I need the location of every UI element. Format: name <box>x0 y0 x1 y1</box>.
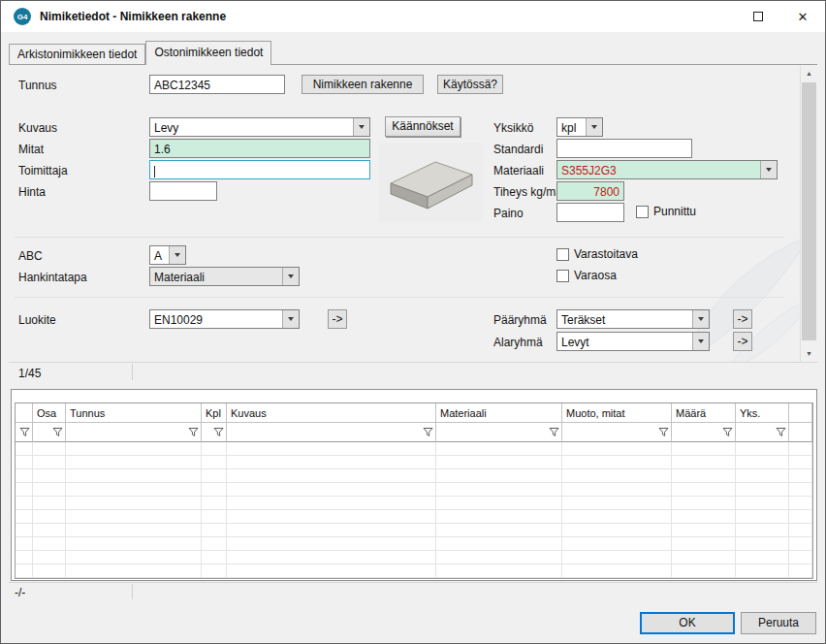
table-row[interactable] <box>16 510 812 524</box>
tab-ostonimikkeen-tiedot[interactable]: Ostonimikkeen tiedot <box>145 41 271 65</box>
filter-cell[interactable] <box>227 423 436 442</box>
vertical-scrollbar[interactable]: ▲ ▼ <box>800 65 816 362</box>
column-header-määrä[interactable]: Määrä <box>672 403 736 423</box>
filter-cell[interactable] <box>736 423 789 442</box>
kaytossa-button[interactable]: Käytössä? <box>437 75 503 94</box>
luokite-arrow-button[interactable]: -> <box>328 309 347 329</box>
paino-input[interactable] <box>556 203 624 222</box>
filter-funnel-icon[interactable] <box>722 427 733 437</box>
punnittu-checkbox[interactable]: Punnittu <box>636 205 696 218</box>
status-divider <box>132 584 133 599</box>
table-row[interactable] <box>16 524 812 537</box>
column-header-muoto-mitat[interactable]: Muoto, mitat <box>562 403 672 423</box>
hinta-input[interactable] <box>149 181 217 201</box>
filter-cell[interactable] <box>33 423 66 442</box>
hankintatapa-select[interactable]: Materiaali <box>149 267 300 286</box>
varastoitava-checkbox[interactable]: Varastoitava <box>556 247 638 261</box>
filter-funnel-icon[interactable] <box>549 427 559 437</box>
varastoitava-label: Varastoitava <box>574 247 638 261</box>
alaryhma-arrow-button[interactable]: -> <box>733 332 752 351</box>
tab-arkistonimikkeen-tiedot[interactable]: Arkistonimikkeen tiedot <box>9 44 145 64</box>
chevron-down-icon[interactable] <box>692 333 709 350</box>
table-cell <box>202 442 227 456</box>
chevron-down-icon[interactable] <box>282 310 299 328</box>
cancel-button[interactable]: Peruuta <box>741 612 816 634</box>
table-row[interactable] <box>16 469 812 483</box>
filter-cell[interactable] <box>562 423 672 442</box>
tunnus-input[interactable]: ABC12345 <box>149 75 285 94</box>
materiaali-select[interactable]: S355J2G3 <box>556 160 778 179</box>
table-cell <box>33 537 66 551</box>
tiheys-label: Tiheys kg/m3 <box>493 185 562 199</box>
table-row[interactable] <box>16 497 812 510</box>
filter-funnel-icon[interactable] <box>658 427 669 437</box>
filter-cell[interactable] <box>16 423 33 442</box>
column-header-kpl[interactable]: Kpl <box>202 403 227 423</box>
table-cell <box>202 564 227 578</box>
chevron-down-icon[interactable] <box>692 310 709 328</box>
checkbox-box <box>636 206 649 218</box>
filter-cell[interactable] <box>66 423 202 442</box>
scrollbar-thumb[interactable] <box>802 82 816 340</box>
chevron-down-icon[interactable] <box>586 118 602 136</box>
yksikko-select[interactable]: kpl <box>556 117 603 137</box>
toimittaja-input[interactable] <box>149 160 370 179</box>
paaryhma-select[interactable]: Teräkset <box>556 309 710 329</box>
table-cell <box>672 510 736 524</box>
filter-funnel-icon[interactable] <box>776 427 786 437</box>
table-cell <box>66 537 202 551</box>
table-row[interactable] <box>16 537 812 551</box>
chevron-down-icon[interactable] <box>760 161 777 178</box>
table-row[interactable] <box>16 551 812 564</box>
filter-funnel-icon[interactable] <box>19 427 30 437</box>
column-header-blank[interactable] <box>16 403 33 423</box>
mitat-input[interactable]: 1.6 <box>149 139 370 158</box>
alaryhma-label: Alaryhmä <box>493 336 543 349</box>
varaosa-checkbox[interactable]: Varaosa <box>556 269 617 282</box>
chevron-down-icon[interactable] <box>282 268 299 285</box>
scroll-down-icon[interactable]: ▼ <box>801 345 817 362</box>
maximize-button[interactable] <box>736 1 780 32</box>
filter-cell[interactable] <box>672 423 736 442</box>
table-status-bar: -/- <box>9 582 817 600</box>
table-row[interactable] <box>16 483 812 497</box>
tiheys-input[interactable]: 7800 <box>556 181 624 201</box>
alaryhma-select[interactable]: Levyt <box>556 332 710 351</box>
column-header-kuvaus[interactable]: Kuvaus <box>227 403 436 423</box>
standardi-input[interactable] <box>556 139 692 158</box>
table-row[interactable] <box>16 442 812 456</box>
table-row[interactable] <box>16 564 812 578</box>
close-button[interactable]: ✕ <box>780 1 825 32</box>
abc-select[interactable]: A <box>149 245 186 265</box>
titlebar[interactable]: G4 Nimiketiedot - Nimikkeen rakenne ✕ <box>1 1 825 32</box>
column-header-tunnus[interactable]: Tunnus <box>66 403 202 423</box>
ok-button[interactable]: OK <box>640 612 735 634</box>
filter-cell[interactable] <box>436 423 562 442</box>
table-row[interactable] <box>16 456 812 469</box>
yksikko-value: kpl <box>557 118 586 136</box>
filter-funnel-icon[interactable] <box>52 427 63 437</box>
table-cell <box>16 510 33 524</box>
yksikko-label: Yksikkö <box>493 121 533 135</box>
section-separator <box>15 297 784 298</box>
chevron-down-icon[interactable] <box>353 118 369 136</box>
table-cell <box>672 497 736 510</box>
paaryhma-arrow-button[interactable]: -> <box>733 309 752 329</box>
materiaali-value: S355J2G3 <box>557 161 760 178</box>
filter-funnel-icon[interactable] <box>188 427 199 437</box>
column-header-yks-[interactable]: Yks. <box>736 403 789 423</box>
nimikkeen-rakenne-button[interactable]: Nimikkeen rakenne <box>302 75 424 94</box>
kuvaus-select[interactable]: Levy <box>149 117 370 137</box>
table-cell <box>562 551 672 564</box>
chevron-down-icon[interactable] <box>169 246 185 264</box>
scroll-up-icon[interactable]: ▲ <box>801 65 817 81</box>
filter-cell[interactable] <box>202 423 227 442</box>
kaannokset-button[interactable]: Käännökset <box>385 116 461 137</box>
filter-funnel-icon[interactable] <box>213 427 224 437</box>
table-cell <box>66 483 202 497</box>
column-header-osa[interactable]: Osa <box>33 403 66 423</box>
filter-funnel-icon[interactable] <box>423 427 433 437</box>
column-header-materiaali[interactable]: Materiaali <box>436 403 562 423</box>
luokite-select[interactable]: EN10029 <box>149 309 300 329</box>
table-cell <box>227 564 436 578</box>
